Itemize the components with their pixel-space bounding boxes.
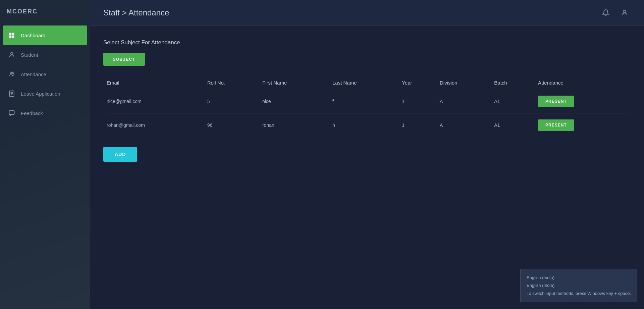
language-popup: English (India) English (India) To switc… — [520, 269, 637, 302]
svg-rect-0 — [9, 33, 12, 35]
svg-point-4 — [11, 52, 13, 55]
cell-roll-no: 5 — [204, 90, 259, 113]
page-body: Select Subject For Attendance SUBJECT Em… — [90, 26, 644, 309]
svg-point-5 — [10, 72, 12, 73]
sidebar-item-attendance[interactable]: Attendance — [0, 64, 90, 84]
header-icons — [600, 7, 631, 19]
grid-icon — [8, 32, 15, 39]
cell-division: A — [436, 90, 491, 113]
sidebar-item-label: Attendance — [21, 71, 46, 77]
notification-bell-icon[interactable] — [600, 7, 612, 19]
sidebar-item-leave-application[interactable]: Leave Application — [0, 84, 90, 103]
file-text-icon — [8, 90, 15, 97]
cell-roll-no: 96 — [204, 113, 259, 137]
svg-rect-11 — [9, 111, 14, 115]
cell-attendance: PRESENT — [535, 113, 631, 137]
table-row: nice@gmail.com 5 nice f 1 A A1 PRESENT — [103, 90, 631, 113]
attendance-table: Email Roll No. First Name Last Name Year… — [103, 76, 631, 137]
cell-last-name: h — [329, 113, 398, 137]
cell-year: 1 — [398, 90, 436, 113]
message-square-icon — [8, 109, 15, 117]
cell-batch: A1 — [491, 90, 535, 113]
table-row: rohan@gmail.com 96 rohan h 1 A A1 PRESEN… — [103, 113, 631, 137]
lang-line2: English (India) — [527, 281, 631, 289]
sidebar-nav: Dashboard Student — [0, 22, 90, 123]
cell-email: nice@gmail.com — [103, 90, 204, 113]
main-content: Staff > Attendance Select Subject For At… — [90, 0, 644, 309]
users-icon — [8, 70, 15, 78]
sidebar-item-dashboard[interactable]: Dashboard — [3, 25, 87, 45]
col-email: Email — [103, 76, 204, 90]
header: Staff > Attendance — [90, 0, 644, 26]
add-button[interactable]: ADD — [103, 147, 137, 162]
user-circle-icon — [8, 51, 15, 58]
subject-button[interactable]: SUBJECT — [103, 53, 145, 66]
lang-line3: To switch input methods, press Windows k… — [527, 290, 631, 297]
col-roll-no: Roll No. — [204, 76, 259, 90]
cell-attendance: PRESENT — [535, 90, 631, 113]
sidebar-item-label: Student — [21, 52, 38, 58]
svg-rect-2 — [9, 36, 12, 38]
cell-email: rohan@gmail.com — [103, 113, 204, 137]
svg-point-6 — [12, 72, 14, 73]
svg-rect-3 — [12, 36, 14, 38]
section-title: Select Subject For Attendance — [103, 39, 631, 46]
sidebar-item-label: Leave Application — [21, 91, 60, 97]
cell-first-name: rohan — [259, 113, 329, 137]
present-button-row0[interactable]: PRESENT — [538, 96, 574, 107]
cell-division: A — [436, 113, 491, 137]
page-title: Staff > Attendance — [103, 8, 169, 17]
col-division: Division — [436, 76, 491, 90]
cell-first-name: nice — [259, 90, 329, 113]
sidebar-item-label: Dashboard — [21, 33, 45, 38]
lang-line1: English (India) — [527, 274, 631, 281]
sidebar-item-label: Feedback — [21, 110, 43, 116]
col-year: Year — [398, 76, 436, 90]
col-first-name: First Name — [259, 76, 329, 90]
present-button-row1[interactable]: PRESENT — [538, 119, 574, 131]
sidebar-item-student[interactable]: Student — [0, 45, 90, 64]
col-attendance: Attendance — [535, 76, 631, 90]
sidebar-item-feedback[interactable]: Feedback — [0, 103, 90, 123]
svg-point-12 — [623, 10, 626, 13]
cell-year: 1 — [398, 113, 436, 137]
col-batch: Batch — [491, 76, 535, 90]
app-logo: MCOERC — [0, 0, 90, 22]
cell-last-name: f — [329, 90, 398, 113]
cell-batch: A1 — [491, 113, 535, 137]
user-profile-icon[interactable] — [619, 7, 631, 19]
svg-rect-1 — [12, 33, 14, 35]
col-last-name: Last Name — [329, 76, 398, 90]
sidebar: MCOERC Dashboard — [0, 0, 90, 309]
